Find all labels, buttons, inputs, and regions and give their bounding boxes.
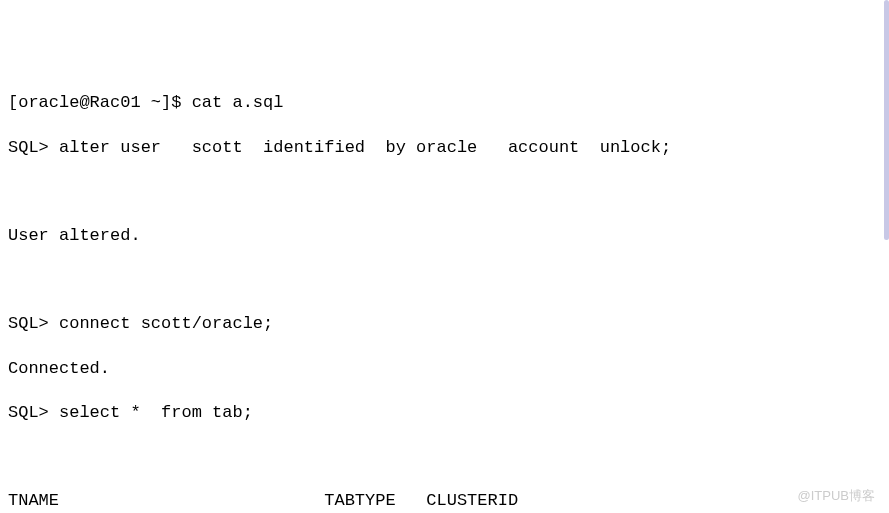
blank-line [8,181,881,203]
connect-result: Connected. [8,358,881,380]
sql-select-tab: select * from tab; [59,403,253,422]
scrollbar-thumb[interactable] [884,0,889,240]
sql-alter-user: alter user scott identified by oracle ac… [59,138,671,157]
blank-line [8,446,881,468]
col-tname: TNAME [8,491,324,510]
sql-prompt: SQL> [8,403,59,422]
watermark-text: @ITPUB博客 [798,488,875,505]
shell-command: cat a.sql [192,93,284,112]
sql-prompt: SQL> [8,314,59,333]
sql-line-select-tab: SQL> select * from tab; [8,402,881,424]
sql-prompt: SQL> [8,138,59,157]
sql-line-alter: SQL> alter user scott identified by orac… [8,137,881,159]
shell-line: [oracle@Rac01 ~]$ cat a.sql [8,92,881,114]
shell-prompt: [oracle@Rac01 ~]$ [8,93,192,112]
col-clusterid: CLUSTERID [426,491,518,510]
sql-line-connect: SQL> connect scott/oracle; [8,313,881,335]
sql-connect: connect scott/oracle; [59,314,273,333]
scrollbar-track[interactable] [883,0,889,513]
blank-line [8,269,881,291]
col-tabtype: TABTYPE [324,491,426,510]
alter-result: User altered. [8,225,881,247]
tab-header-row: TNAME TABTYPE CLUSTERID [8,490,881,512]
